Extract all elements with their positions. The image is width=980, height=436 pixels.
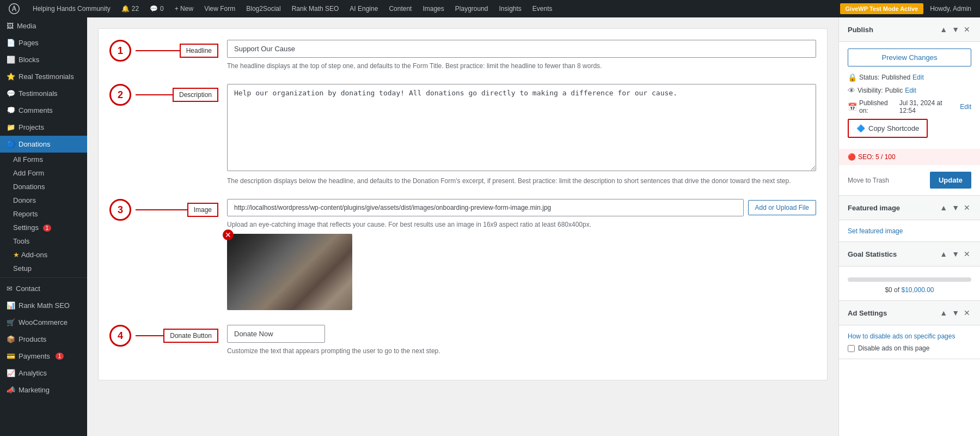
- sidebar-item-rank-math[interactable]: 📊 Rank Math SEO: [0, 297, 87, 314]
- sidebar-projects-label: Projects: [19, 123, 44, 131]
- image-inputs: Add or Upload File: [227, 199, 816, 216]
- sidebar-sub-setup[interactable]: Setup: [0, 262, 87, 275]
- preview-image: [227, 234, 352, 310]
- sidebar-item-blocks[interactable]: ⬜ Blocks: [0, 51, 87, 68]
- sidebar-item-payments[interactable]: 💳 Payments 1: [0, 348, 87, 365]
- goal-close[interactable]: ✕: [963, 249, 971, 259]
- sidebar-item-analytics[interactable]: 📈 Analytics: [0, 365, 87, 382]
- ad-collapse-up[interactable]: ▲: [939, 307, 948, 318]
- remove-image-button[interactable]: ✕: [223, 229, 234, 240]
- image-label: Image: [187, 203, 218, 217]
- sidebar-item-projects[interactable]: 📁 Projects: [0, 119, 87, 136]
- reports-label: Reports: [13, 210, 38, 218]
- sidebar-item-woocommerce[interactable]: 🛒 WooCommerce: [0, 314, 87, 331]
- sidebar-sub-addons[interactable]: ★ Add-ons: [0, 248, 87, 262]
- sidebar-sub-settings[interactable]: Settings 1: [0, 221, 87, 234]
- updates-bar[interactable]: 🔔 22: [117, 0, 143, 17]
- featured-collapse-up[interactable]: ▲: [939, 202, 948, 213]
- donate-button-row: 4 Donate Button Customize the text that …: [109, 325, 816, 356]
- visibility-icon: 👁: [848, 86, 855, 95]
- sidebar-item-media[interactable]: 🖼 Media: [0, 17, 87, 34]
- sidebar-payments-label: Payments: [19, 352, 50, 360]
- rank-math-bar[interactable]: Rank Math SEO: [287, 0, 344, 17]
- setup-label: Setup: [13, 264, 32, 272]
- preview-changes-button[interactable]: Preview Changes: [848, 49, 971, 66]
- view-form-bar[interactable]: View Form: [200, 0, 240, 17]
- upload-file-button[interactable]: Add or Upload File: [748, 200, 816, 215]
- publish-actions: Move to Trash Update: [839, 165, 980, 195]
- site-name-bar[interactable]: Helping Hands Community: [28, 0, 115, 17]
- insights-bar[interactable]: Insights: [495, 0, 526, 17]
- new-label: + New: [175, 5, 193, 13]
- content-bar[interactable]: Content: [384, 0, 416, 17]
- sidebar-item-products[interactable]: 📦 Products: [0, 331, 87, 348]
- image-url-input[interactable]: [227, 199, 744, 216]
- goal-collapse-down[interactable]: ▼: [951, 249, 960, 259]
- sidebar-sub-all-forms[interactable]: All Forms: [0, 153, 87, 166]
- sidebar-products-label: Products: [19, 335, 46, 343]
- sidebar-item-testimonials[interactable]: 💬 Testimonials: [0, 85, 87, 102]
- sidebar-sub-add-form[interactable]: Add Form: [0, 166, 87, 180]
- goal-amount-link[interactable]: $10,000.00: [901, 286, 934, 294]
- headline-label: Headline: [180, 44, 218, 58]
- publish-close[interactable]: ✕: [963, 24, 971, 35]
- headline-input[interactable]: [227, 40, 816, 58]
- sidebar-item-marketing[interactable]: 📣 Marketing: [0, 382, 87, 398]
- description-number: 2: [109, 84, 131, 106]
- real-testimonials-icon: ⭐: [7, 72, 15, 81]
- goal-statistics-panel: Goal Statistics ▲ ▼ ✕ $0 of $10,000.00: [839, 242, 980, 301]
- publish-collapse-down[interactable]: ▼: [951, 24, 960, 35]
- ad-collapse-down[interactable]: ▼: [951, 307, 960, 318]
- sidebar-sub-tools[interactable]: Tools: [0, 234, 87, 248]
- sidebar-donations-label: Donations: [19, 140, 51, 148]
- disable-ads-link[interactable]: How to disable ads on specific pages: [848, 332, 955, 340]
- disable-ads-row: Disable ads on this page: [848, 344, 971, 352]
- publish-collapse-up[interactable]: ▲: [939, 24, 948, 35]
- wp-logo[interactable]: [4, 0, 24, 17]
- seo-label: SEO: 5 / 100: [858, 153, 896, 161]
- comments-sidebar-icon: 💭: [7, 106, 15, 114]
- sidebar-item-real-testimonials[interactable]: ⭐ Real Testimonials: [0, 68, 87, 85]
- ai-engine-label: AI Engine: [350, 5, 378, 13]
- set-featured-image-link[interactable]: Set featured image: [848, 227, 903, 235]
- admin-bar: Helping Hands Community 🔔 22 💬 0 + New V…: [0, 0, 980, 17]
- ad-settings-title: Ad Settings: [848, 309, 936, 317]
- images-bar[interactable]: Images: [418, 0, 448, 17]
- playground-bar[interactable]: Playground: [451, 0, 493, 17]
- published-edit-link[interactable]: Edit: [960, 103, 971, 111]
- updates-icon: 🔔: [121, 5, 130, 13]
- copy-shortcode-button[interactable]: 🔷 Copy Shortcode: [848, 119, 928, 138]
- new-bar[interactable]: + New: [170, 0, 198, 17]
- sidebar-sub-donors[interactable]: Donors: [0, 193, 87, 207]
- comments-bar[interactable]: 💬 0: [145, 0, 168, 17]
- donate-button-input[interactable]: [227, 325, 325, 343]
- settings-badge: 1: [43, 225, 52, 232]
- status-edit-link[interactable]: Edit: [912, 74, 924, 81]
- description-row: 2 Description Help our organization by d…: [109, 84, 816, 186]
- featured-collapse-down[interactable]: ▼: [951, 202, 960, 213]
- image-number-container: 3 Image: [109, 199, 218, 221]
- sidebar-sub-donations[interactable]: Donations: [0, 180, 87, 193]
- featured-image-controls: ▲ ▼ ✕: [939, 202, 971, 213]
- description-textarea[interactable]: Help our organization by donating today!…: [227, 84, 816, 171]
- ad-close[interactable]: ✕: [963, 307, 971, 318]
- publish-panel-title: Publish: [848, 26, 936, 34]
- events-bar[interactable]: Events: [528, 0, 557, 17]
- blog2social-bar[interactable]: Blog2Social: [242, 0, 285, 17]
- disable-ads-checkbox[interactable]: [848, 345, 855, 352]
- sidebar-item-comments[interactable]: 💭 Comments: [0, 102, 87, 119]
- ai-engine-bar[interactable]: AI Engine: [345, 0, 382, 17]
- addons-label: Add-ons: [21, 251, 47, 259]
- sidebar-item-pages[interactable]: 📄 Pages: [0, 34, 87, 51]
- publish-panel-header: Publish ▲ ▼ ✕: [839, 17, 980, 42]
- goal-panel-controls: ▲ ▼ ✕: [939, 249, 971, 259]
- visibility-edit-link[interactable]: Edit: [905, 87, 916, 94]
- donate-arrow: Donate Button: [136, 329, 218, 343]
- goal-collapse-up[interactable]: ▲: [939, 249, 948, 259]
- featured-close[interactable]: ✕: [963, 202, 971, 213]
- sidebar-item-donations[interactable]: 🔵 Donations: [0, 136, 87, 153]
- move-trash-link[interactable]: Move to Trash: [848, 177, 889, 184]
- update-button[interactable]: Update: [930, 172, 971, 189]
- sidebar-item-contact[interactable]: ✉ Contact: [0, 280, 87, 297]
- sidebar-sub-reports[interactable]: Reports: [0, 207, 87, 221]
